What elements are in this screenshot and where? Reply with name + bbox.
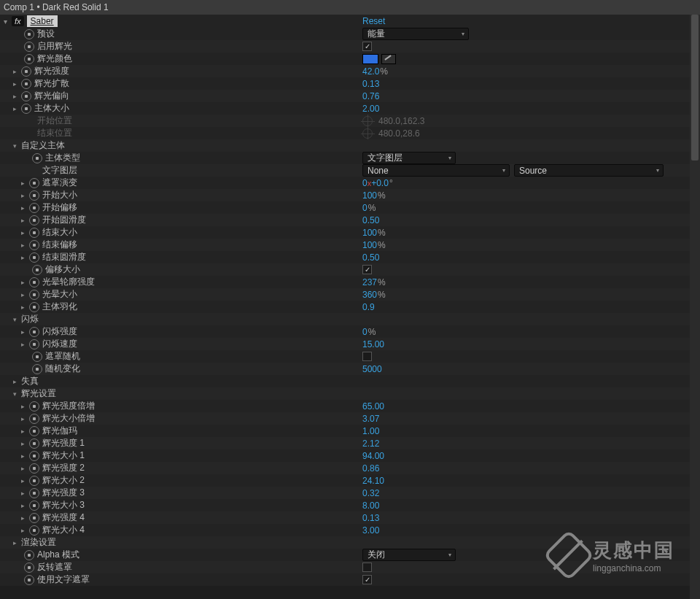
value-text[interactable]: 0 [362,203,368,213]
value-text[interactable]: 0 [362,327,368,337]
twirl-icon[interactable] [21,415,29,422]
value-text[interactable]: 0.86 [362,463,379,474]
value-text[interactable]: 0.76 [362,91,379,101]
twirl-icon[interactable] [21,204,29,212]
eyedropper-icon[interactable] [381,54,396,64]
twirl-icon[interactable] [21,341,29,348]
value-text[interactable]: 0.13 [362,79,379,89]
value-text[interactable]: 8.00 [362,501,379,511]
twirl-icon[interactable] [13,93,21,100]
twirl-icon[interactable] [21,328,29,336]
reset-link[interactable]: Reset [362,16,385,26]
stopwatch-icon[interactable] [29,327,39,337]
stopwatch-icon[interactable] [29,426,39,436]
twirl-icon[interactable] [21,241,29,249]
stopwatch-icon[interactable] [24,42,34,52]
stopwatch-icon[interactable] [24,29,34,39]
stopwatch-icon[interactable] [24,575,34,585]
value-text[interactable]: 0.13 [362,513,379,523]
stopwatch-icon[interactable] [29,501,39,511]
stopwatch-icon[interactable] [24,563,34,573]
value-text[interactable]: 0.32 [362,488,379,498]
stopwatch-icon[interactable] [29,525,39,536]
value-text[interactable]: 360 [362,290,377,300]
stopwatch-icon[interactable] [29,215,39,225]
core-type-select[interactable]: 文字图层 [362,152,456,164]
twirl-icon[interactable] [21,403,29,410]
stopwatch-icon[interactable] [29,476,39,486]
stopwatch-icon[interactable] [32,153,42,163]
stopwatch-icon[interactable] [29,438,39,449]
value-text[interactable]: 3.00 [362,525,379,536]
stopwatch-icon[interactable] [29,513,39,523]
stopwatch-icon[interactable] [29,339,39,349]
stopwatch-icon[interactable] [29,401,39,411]
stopwatch-icon[interactable] [29,190,39,201]
vertical-scrollbar[interactable] [690,15,700,599]
preset-select[interactable]: 能量 [362,28,469,40]
value-text[interactable]: 100 [362,190,377,201]
stopwatch-icon[interactable] [21,66,31,77]
stopwatch-icon[interactable] [29,463,39,474]
value-text[interactable]: 24.10 [362,476,384,486]
stopwatch-icon[interactable] [24,54,34,64]
stopwatch-icon[interactable] [29,451,39,461]
stopwatch-icon[interactable] [21,79,31,89]
twirl-icon[interactable] [21,291,29,298]
value-text[interactable]: 100 [362,240,377,250]
stopwatch-icon[interactable] [24,550,34,560]
twirl-icon[interactable] [13,142,21,150]
mask-random-checkbox[interactable] [362,352,372,361]
stopwatch-icon[interactable] [29,240,39,250]
offset-size-checkbox[interactable] [362,265,372,274]
stopwatch-icon[interactable] [32,265,42,275]
twirl-icon[interactable] [21,254,29,261]
twirl-icon[interactable] [13,80,21,88]
stopwatch-icon[interactable] [32,364,42,374]
value-text[interactable]: 0.9 [362,302,375,312]
stopwatch-icon[interactable] [29,203,39,213]
stopwatch-icon[interactable] [29,228,39,238]
fx-twirl[interactable] [1,18,9,25]
stopwatch-icon[interactable] [32,352,42,362]
twirl-icon[interactable] [21,304,29,311]
twirl-icon[interactable] [21,440,29,447]
stopwatch-icon[interactable] [29,290,39,300]
twirl-icon[interactable] [21,452,29,460]
effect-name[interactable]: Saber [27,15,58,27]
value-text[interactable]: 65.00 [362,401,384,411]
fx-badge[interactable]: fx [12,16,24,26]
twirl-icon[interactable] [13,68,21,75]
twirl-icon[interactable] [21,192,29,199]
twirl-icon[interactable] [21,465,29,472]
twirl-icon[interactable] [21,279,29,286]
enable-glow-checkbox[interactable] [362,42,372,51]
value-text[interactable]: 0.50 [362,252,379,263]
value-text[interactable]: 5000 [362,364,382,374]
twirl-icon[interactable] [13,105,21,112]
value-text[interactable]: 2.00 [362,104,379,114]
stopwatch-icon[interactable] [29,302,39,312]
value-text[interactable]: 3.07 [362,414,379,424]
source-select[interactable]: Source [514,164,664,177]
twirl-icon[interactable] [21,179,29,187]
glow-color-swatch[interactable] [362,54,378,64]
twirl-icon[interactable] [21,229,29,236]
value-text[interactable]: 2.12 [362,438,379,449]
value-text[interactable]: 94.00 [362,451,384,461]
twirl-icon[interactable] [13,316,21,323]
stopwatch-icon[interactable] [21,91,31,101]
twirl-icon[interactable] [13,378,21,385]
value-text[interactable]: 0 [362,178,368,188]
twirl-icon[interactable] [21,502,29,509]
scrollbar-thumb[interactable] [691,15,699,161]
stopwatch-icon[interactable] [29,488,39,498]
text-layer-select[interactable]: None [362,164,510,177]
stopwatch-icon[interactable] [29,277,39,287]
twirl-icon[interactable] [21,527,29,534]
twirl-icon[interactable] [13,539,21,546]
use-text-mask-checkbox[interactable] [362,575,372,584]
value-text[interactable]: 0.50 [362,215,379,225]
value-text[interactable]: 15.00 [362,339,384,349]
twirl-icon[interactable] [21,514,29,522]
